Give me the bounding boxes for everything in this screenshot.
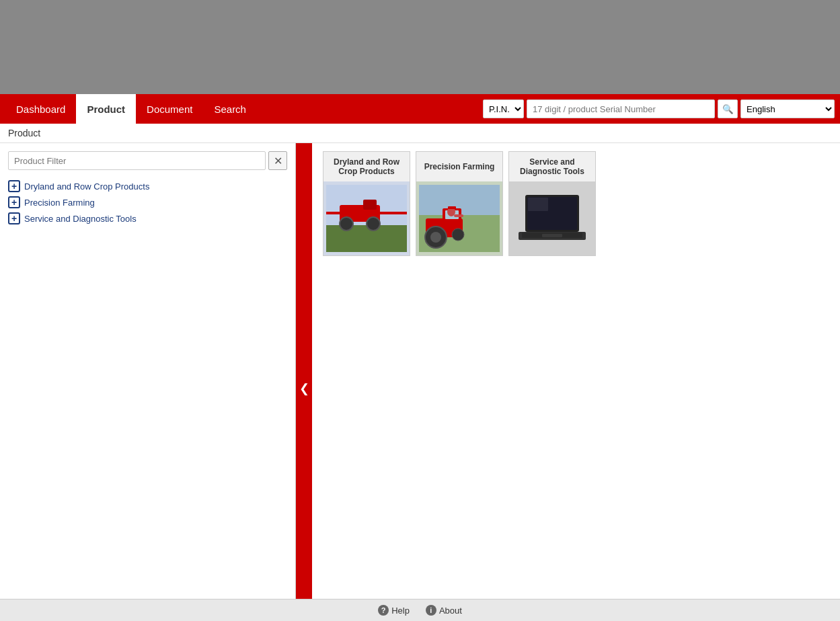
card-image-precision: [416, 181, 502, 255]
about-link[interactable]: i About: [426, 605, 462, 616]
card-image-service: [509, 181, 595, 255]
help-link[interactable]: ? Help: [378, 605, 410, 616]
nav-document[interactable]: Document: [136, 94, 203, 124]
card-title-dryland: Dryland and Row Crop Products: [323, 152, 410, 181]
nav-right: P.I.N. 🔍 English: [483, 99, 835, 118]
laptop-svg: [512, 185, 593, 252]
expand-icon-dryland: +: [8, 180, 20, 192]
sidebar-item-dryland[interactable]: + Dryland and Row Crop Products: [8, 178, 287, 194]
sidebar-label-dryland: Dryland and Row Crop Products: [24, 181, 149, 192]
product-card-precision[interactable]: Precision Farming: [416, 151, 503, 256]
svg-point-7: [367, 217, 380, 231]
main-content: ✕ + Dryland and Row Crop Products + Prec…: [0, 143, 840, 621]
serial-input[interactable]: [527, 99, 715, 118]
nav-product[interactable]: Product: [76, 94, 136, 124]
tractor-svg: [419, 185, 500, 252]
nav-search[interactable]: Search: [203, 94, 257, 124]
svg-rect-18: [448, 206, 456, 209]
svg-rect-2: [326, 225, 407, 252]
help-icon: ?: [378, 605, 389, 616]
filter-row: ✕: [8, 151, 287, 170]
svg-rect-26: [542, 234, 562, 237]
help-label: Help: [391, 606, 410, 616]
product-card-service[interactable]: Service and Diagnostic Tools: [508, 151, 596, 256]
svg-point-16: [452, 229, 464, 241]
svg-rect-4: [326, 212, 341, 214]
sidebar-label-precision: Precision Farming: [24, 198, 95, 208]
search-icon: 🔍: [722, 104, 734, 114]
top-gray-bar: [0, 0, 840, 94]
breadcrumb-text: Product: [8, 128, 40, 138]
product-filter-input[interactable]: [8, 151, 266, 170]
about-label: About: [439, 606, 462, 616]
card-title-service: Service and Diagnostic Tools: [509, 152, 595, 181]
sidebar: ✕ + Dryland and Row Crop Products + Prec…: [0, 143, 296, 621]
sidebar-item-service[interactable]: + Service and Diagnostic Tools: [8, 210, 287, 226]
expand-icon-service: +: [8, 212, 20, 224]
about-icon: i: [426, 605, 436, 616]
chevron-left-icon: ❮: [299, 381, 309, 396]
sidebar-collapse-tab[interactable]: ❮: [296, 143, 312, 621]
svg-point-15: [430, 232, 441, 243]
product-card-dryland[interactable]: Dryland and Row Crop Products: [323, 151, 410, 256]
svg-rect-23: [528, 198, 548, 211]
search-button[interactable]: 🔍: [718, 99, 738, 118]
clear-icon: ✕: [274, 155, 282, 167]
svg-rect-5: [379, 212, 407, 214]
svg-rect-19: [454, 214, 463, 217]
pin-select[interactable]: P.I.N.: [483, 99, 524, 118]
products-area: Dryland and Row Crop Products: [312, 143, 840, 621]
card-title-precision: Precision Farming: [416, 152, 502, 181]
sidebar-item-precision[interactable]: + Precision Farming: [8, 194, 287, 210]
footer: ? Help i About: [0, 599, 840, 621]
expand-icon-precision: +: [8, 196, 20, 208]
card-image-dryland: [323, 181, 410, 255]
svg-rect-8: [363, 200, 377, 210]
navbar: Dashboard Product Document Search P.I.N.…: [0, 94, 840, 124]
sidebar-label-service: Service and Diagnostic Tools: [24, 214, 137, 224]
product-cards: Dryland and Row Crop Products: [323, 151, 829, 256]
breadcrumb: Product: [0, 124, 840, 143]
language-select[interactable]: English: [740, 99, 835, 118]
svg-point-6: [340, 217, 353, 231]
sprayer-svg: [326, 185, 407, 252]
nav-dashboard[interactable]: Dashboard: [5, 94, 76, 124]
filter-clear-button[interactable]: ✕: [268, 151, 287, 170]
